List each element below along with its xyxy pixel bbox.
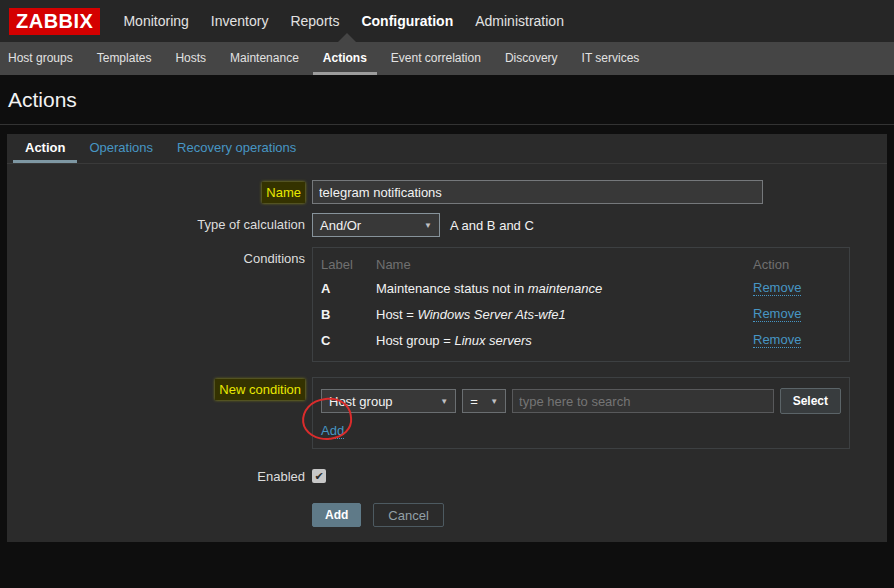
name-input[interactable] [312,180,763,204]
calculation-formula: A and B and C [450,218,534,233]
condition-name: Maintenance status not in maintenance [376,281,753,296]
new-condition-box: Host group ▼ = ▼ Select Add [312,377,850,449]
tab-recovery-operations[interactable]: Recovery operations [165,134,308,163]
condition-text: Maintenance status not in [376,281,528,296]
zabbix-logo[interactable]: ZABBIX [9,8,100,35]
condition-letter: B [321,307,376,322]
cancel-button[interactable]: Cancel [373,503,443,527]
enabled-checkbox[interactable] [312,469,326,483]
calculation-selected-value: And/Or [320,218,361,233]
host-group-search-input[interactable] [512,389,774,413]
subnav-item-it-services[interactable]: IT services [570,42,652,75]
condition-value: Windows Server Ats-wfe1 [418,307,566,322]
condition-text: Host = [376,307,418,322]
condition-letter: A [321,281,376,296]
condition-name: Host = Windows Server Ats-wfe1 [376,307,753,322]
title-divider [0,124,894,125]
column-header-label: Label [321,257,376,272]
action-form: Name Type of calculation And/Or ▼ A and … [7,164,887,527]
condition-row: B Host = Windows Server Ats-wfe1 Remove [321,301,841,327]
chevron-down-icon: ▼ [490,397,498,406]
chevron-down-icon: ▼ [440,397,448,406]
action-edit-panel: Action Operations Recovery operations Na… [7,134,887,542]
column-header-action: Action [753,257,841,272]
enabled-label: Enabled [257,465,305,489]
column-header-name: Name [376,257,753,272]
add-condition-link[interactable]: Add [321,423,344,439]
page-title: Actions [0,75,894,124]
subnav-item-templates[interactable]: Templates [85,42,164,75]
tab-action[interactable]: Action [13,134,77,163]
calculation-select[interactable]: And/Or ▼ [312,213,440,237]
condition-letter: C [321,333,376,348]
condition-row: C Host group = Linux servers Remove [321,327,841,353]
top-navigation-bar: ZABBIX Monitoring Inventory Reports Conf… [0,0,894,42]
subnav-item-maintenance[interactable]: Maintenance [218,42,311,75]
remove-condition-link[interactable]: Remove [753,306,801,322]
chevron-down-icon: ▼ [424,221,432,230]
add-button[interactable]: Add [312,503,361,527]
tab-bar: Action Operations Recovery operations [7,134,887,164]
sub-navigation-bar: Host groups Templates Hosts Maintenance … [0,42,894,75]
conditions-label: Conditions [244,247,305,271]
select-button[interactable]: Select [780,388,841,414]
tab-operations[interactable]: Operations [77,134,165,163]
operator-select[interactable]: = ▼ [462,389,506,413]
condition-type-selected-value: Host group [329,394,393,409]
condition-value: Linux servers [454,333,531,348]
menu-item-inventory[interactable]: Inventory [200,0,280,42]
subnav-item-hosts[interactable]: Hosts [163,42,218,75]
condition-row: A Maintenance status not in maintenance … [321,275,841,301]
menu-item-configuration[interactable]: Configuration [350,0,464,42]
active-menu-caret-icon [338,33,356,42]
operator-selected-value: = [470,394,478,409]
condition-name: Host group = Linux servers [376,333,753,348]
menu-item-administration[interactable]: Administration [464,0,575,42]
conditions-table: Label Name Action A Maintenance status n… [312,247,850,362]
subnav-item-host-groups[interactable]: Host groups [8,42,85,75]
name-label: Name [262,182,305,203]
remove-condition-link[interactable]: Remove [753,332,801,348]
menu-item-monitoring[interactable]: Monitoring [112,0,199,42]
new-condition-label: New condition [215,379,305,400]
conditions-table-header: Label Name Action [321,253,841,275]
type-of-calculation-label: Type of calculation [197,213,305,237]
condition-type-select[interactable]: Host group ▼ [321,389,456,413]
condition-value: maintenance [528,281,602,296]
subnav-item-event-correlation[interactable]: Event correlation [379,42,493,75]
remove-condition-link[interactable]: Remove [753,280,801,296]
subnav-item-actions[interactable]: Actions [311,42,379,75]
subnav-item-discovery[interactable]: Discovery [493,42,570,75]
condition-text: Host group = [376,333,454,348]
